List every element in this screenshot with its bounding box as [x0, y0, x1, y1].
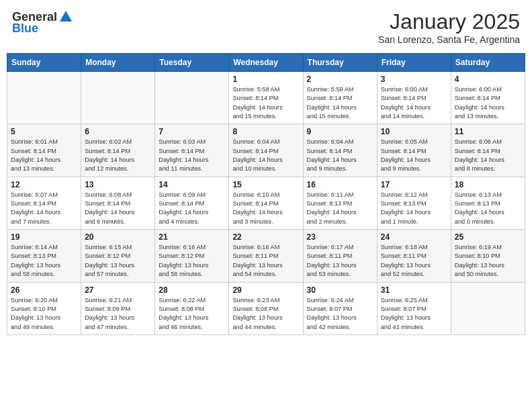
day-info: Sunrise: 6:18 AM Sunset: 8:11 PM Dayligh…: [381, 243, 447, 279]
calendar-week-row: 26Sunrise: 6:20 AM Sunset: 8:10 PM Dayli…: [7, 282, 525, 334]
calendar-cell: 21Sunrise: 6:16 AM Sunset: 8:12 PM Dayli…: [155, 230, 229, 282]
calendar-cell: 28Sunrise: 6:22 AM Sunset: 8:08 PM Dayli…: [155, 282, 229, 334]
day-number: 1: [232, 75, 299, 84]
calendar-week-row: 19Sunrise: 6:14 AM Sunset: 8:13 PM Dayli…: [7, 230, 525, 282]
calendar-cell: 17Sunrise: 6:12 AM Sunset: 8:13 PM Dayli…: [377, 177, 451, 229]
day-info: Sunrise: 6:22 AM Sunset: 8:08 PM Dayligh…: [159, 296, 225, 332]
calendar-cell: 6Sunrise: 6:02 AM Sunset: 8:14 PM Daylig…: [81, 124, 155, 177]
calendar-cell: 14Sunrise: 6:09 AM Sunset: 8:14 PM Dayli…: [155, 177, 229, 229]
calendar-header-row: SundayMondayTuesdayWednesdayThursdayFrid…: [7, 54, 525, 72]
calendar-cell: 30Sunrise: 6:24 AM Sunset: 8:07 PM Dayli…: [303, 282, 377, 334]
day-number: 6: [85, 127, 151, 136]
day-number: 2: [307, 75, 373, 84]
calendar-cell: 19Sunrise: 6:14 AM Sunset: 8:13 PM Dayli…: [7, 230, 81, 282]
day-info: Sunrise: 6:23 AM Sunset: 8:08 PM Dayligh…: [232, 296, 299, 332]
day-info: Sunrise: 6:00 AM Sunset: 8:14 PM Dayligh…: [455, 85, 521, 121]
day-info: Sunrise: 6:16 AM Sunset: 8:11 PM Dayligh…: [232, 243, 299, 279]
day-number: 13: [85, 180, 151, 189]
day-info: Sunrise: 6:21 AM Sunset: 8:09 PM Dayligh…: [85, 296, 151, 332]
day-number: 31: [381, 285, 447, 295]
day-info: Sunrise: 6:19 AM Sunset: 8:10 PM Dayligh…: [455, 243, 521, 279]
calendar-cell: [7, 72, 81, 124]
day-number: 21: [159, 232, 225, 242]
day-info: Sunrise: 6:01 AM Sunset: 8:14 PM Dayligh…: [11, 138, 77, 173]
day-number: 14: [159, 180, 225, 189]
calendar-cell: [155, 72, 229, 124]
calendar-cell: 2Sunrise: 5:59 AM Sunset: 8:14 PM Daylig…: [303, 72, 377, 124]
day-info: Sunrise: 6:04 AM Sunset: 8:14 PM Dayligh…: [232, 138, 299, 173]
calendar-cell: 29Sunrise: 6:23 AM Sunset: 8:08 PM Dayli…: [229, 282, 303, 334]
location-subtitle: San Lorenzo, Santa Fe, Argentina: [378, 34, 520, 45]
logo-icon: [58, 9, 73, 24]
calendar-cell: 22Sunrise: 6:16 AM Sunset: 8:11 PM Dayli…: [229, 230, 303, 282]
day-number: 12: [11, 180, 77, 189]
day-of-week-header: Sunday: [7, 54, 81, 72]
title-block: January 2025 San Lorenzo, Santa Fe, Arge…: [378, 9, 520, 45]
logo: General Blue: [12, 9, 73, 36]
day-info: Sunrise: 6:11 AM Sunset: 8:13 PM Dayligh…: [307, 191, 373, 226]
day-number: 30: [307, 285, 373, 295]
day-number: 29: [232, 285, 299, 295]
day-info: Sunrise: 6:14 AM Sunset: 8:13 PM Dayligh…: [11, 243, 77, 279]
calendar-cell: 9Sunrise: 6:04 AM Sunset: 8:14 PM Daylig…: [303, 124, 377, 177]
day-info: Sunrise: 6:25 AM Sunset: 8:07 PM Dayligh…: [381, 296, 447, 332]
calendar-cell: 4Sunrise: 6:00 AM Sunset: 8:14 PM Daylig…: [451, 72, 525, 124]
day-number: 3: [381, 75, 447, 84]
calendar-cell: 1Sunrise: 5:58 AM Sunset: 8:14 PM Daylig…: [229, 72, 303, 124]
calendar-cell: 23Sunrise: 6:17 AM Sunset: 8:11 PM Dayli…: [303, 230, 377, 282]
day-number: 26: [11, 285, 77, 295]
day-number: 5: [11, 127, 77, 136]
day-info: Sunrise: 6:09 AM Sunset: 8:14 PM Dayligh…: [159, 191, 225, 226]
day-info: Sunrise: 6:02 AM Sunset: 8:14 PM Dayligh…: [85, 138, 151, 173]
day-of-week-header: Tuesday: [155, 54, 229, 72]
calendar-cell: 3Sunrise: 6:00 AM Sunset: 8:14 PM Daylig…: [377, 72, 451, 124]
day-info: Sunrise: 6:05 AM Sunset: 8:14 PM Dayligh…: [381, 138, 447, 173]
day-info: Sunrise: 6:16 AM Sunset: 8:12 PM Dayligh…: [159, 243, 225, 279]
day-info: Sunrise: 6:06 AM Sunset: 8:14 PM Dayligh…: [455, 138, 521, 173]
calendar-cell: 7Sunrise: 6:03 AM Sunset: 8:14 PM Daylig…: [155, 124, 229, 177]
day-info: Sunrise: 6:15 AM Sunset: 8:12 PM Dayligh…: [85, 243, 151, 279]
day-info: Sunrise: 6:13 AM Sunset: 8:13 PM Dayligh…: [455, 191, 521, 226]
day-info: Sunrise: 5:58 AM Sunset: 8:14 PM Dayligh…: [232, 85, 299, 121]
day-number: 9: [307, 127, 373, 136]
day-number: 4: [455, 75, 521, 84]
day-info: Sunrise: 6:10 AM Sunset: 8:14 PM Dayligh…: [232, 191, 299, 226]
day-number: 18: [455, 180, 521, 189]
calendar-cell: [81, 72, 155, 124]
day-number: 28: [159, 285, 225, 295]
calendar-cell: 12Sunrise: 6:07 AM Sunset: 8:14 PM Dayli…: [7, 177, 81, 229]
day-number: 22: [232, 232, 299, 242]
day-info: Sunrise: 5:59 AM Sunset: 8:14 PM Dayligh…: [307, 85, 373, 121]
day-of-week-header: Saturday: [451, 54, 525, 72]
day-number: 27: [85, 285, 151, 295]
day-number: 11: [455, 127, 521, 136]
page-header: General Blue January 2025 San Lorenzo, S…: [7, 7, 525, 48]
calendar-cell: 20Sunrise: 6:15 AM Sunset: 8:12 PM Dayli…: [81, 230, 155, 282]
day-number: 16: [307, 180, 373, 189]
calendar-cell: 8Sunrise: 6:04 AM Sunset: 8:14 PM Daylig…: [229, 124, 303, 177]
day-of-week-header: Wednesday: [229, 54, 303, 72]
calendar-cell: 26Sunrise: 6:20 AM Sunset: 8:10 PM Dayli…: [7, 282, 81, 334]
day-number: 10: [381, 127, 447, 136]
day-of-week-header: Friday: [377, 54, 451, 72]
calendar-cell: 16Sunrise: 6:11 AM Sunset: 8:13 PM Dayli…: [303, 177, 377, 229]
calendar-cell: 25Sunrise: 6:19 AM Sunset: 8:10 PM Dayli…: [451, 230, 525, 282]
day-of-week-header: Thursday: [303, 54, 377, 72]
day-number: 23: [307, 232, 373, 242]
day-info: Sunrise: 6:08 AM Sunset: 8:14 PM Dayligh…: [85, 191, 151, 226]
calendar-cell: 11Sunrise: 6:06 AM Sunset: 8:14 PM Dayli…: [451, 124, 525, 177]
day-of-week-header: Monday: [81, 54, 155, 72]
day-info: Sunrise: 6:07 AM Sunset: 8:14 PM Dayligh…: [11, 191, 77, 226]
day-info: Sunrise: 6:04 AM Sunset: 8:14 PM Dayligh…: [307, 138, 373, 173]
day-number: 17: [381, 180, 447, 189]
calendar-cell: 27Sunrise: 6:21 AM Sunset: 8:09 PM Dayli…: [81, 282, 155, 334]
calendar-cell: 18Sunrise: 6:13 AM Sunset: 8:13 PM Dayli…: [451, 177, 525, 229]
logo-blue-text: Blue: [12, 21, 38, 36]
day-info: Sunrise: 6:12 AM Sunset: 8:13 PM Dayligh…: [381, 191, 447, 226]
day-info: Sunrise: 6:03 AM Sunset: 8:14 PM Dayligh…: [159, 138, 225, 173]
calendar-week-row: 5Sunrise: 6:01 AM Sunset: 8:14 PM Daylig…: [7, 124, 525, 177]
day-number: 20: [85, 232, 151, 242]
day-number: 15: [232, 180, 299, 189]
day-info: Sunrise: 6:00 AM Sunset: 8:14 PM Dayligh…: [381, 85, 447, 121]
day-number: 25: [455, 232, 521, 242]
